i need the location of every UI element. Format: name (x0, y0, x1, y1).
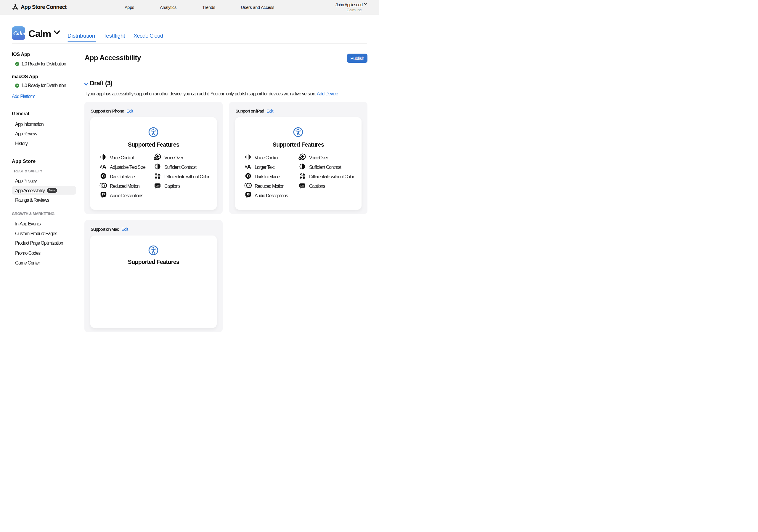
svg-text:Calm: Calm (13, 30, 25, 36)
